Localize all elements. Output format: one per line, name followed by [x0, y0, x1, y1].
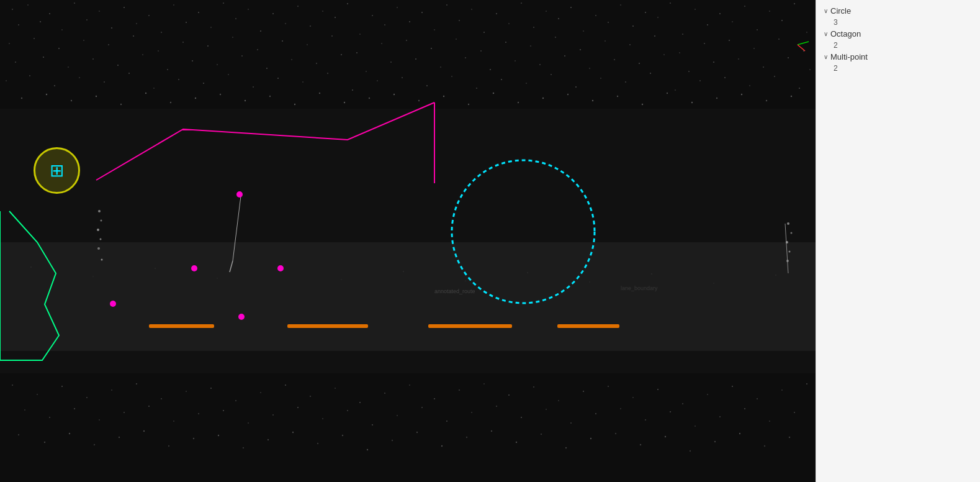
octagon-count: 2: [834, 41, 838, 50]
svg-point-197: [98, 210, 101, 212]
circle-label: Circle: [830, 6, 851, 16]
tree-item-octagon[interactable]: ∨ Octagon: [816, 28, 980, 40]
top-area: [0, 0, 816, 109]
svg-point-199: [97, 229, 99, 231]
tree-item-multipoint-count: 2: [816, 63, 980, 74]
magenta-dot-1: [236, 191, 243, 198]
magenta-dot-2: [191, 265, 197, 271]
svg-point-200: [100, 239, 102, 240]
multipoint-label: Multi-point: [830, 52, 868, 61]
bottom-area: [0, 373, 816, 482]
circle-count: 3: [834, 18, 838, 27]
magenta-dot-4: [110, 301, 116, 307]
chevron-octagon: ∨: [824, 30, 828, 37]
magenta-dot-5: [238, 314, 245, 320]
orange-mark-4: [557, 324, 619, 328]
tree-item-circle[interactable]: ∨ Circle: [816, 5, 980, 17]
road-surface: [0, 242, 816, 351]
orange-mark-1: [149, 324, 214, 328]
magenta-polyline: [96, 102, 434, 180]
right-panel: ∨ Circle 3 ∨ Octagon 2 ∨ Multi-point 2: [816, 0, 980, 482]
magenta-dot-3: [277, 265, 284, 271]
yellow-circle-annotation: ⊞: [34, 147, 80, 194]
chevron-circle: ∨: [824, 7, 828, 14]
orange-mark-3: [428, 324, 512, 328]
chevron-multipoint: ∨: [824, 53, 828, 60]
tree-item-circle-count: 3: [816, 17, 980, 28]
main-viewport: annotated_route lane_boundary ⊞: [0, 0, 816, 482]
tree-item-multipoint[interactable]: ∨ Multi-point: [816, 51, 980, 63]
orange-mark-2: [287, 324, 368, 328]
tree-item-octagon-count: 2: [816, 40, 980, 51]
svg-point-204: [791, 232, 793, 234]
octagon-label: Octagon: [830, 29, 861, 39]
crosshair-icon: ⊞: [50, 162, 64, 180]
multipoint-count: 2: [834, 64, 838, 73]
svg-point-198: [101, 220, 102, 222]
svg-point-203: [787, 222, 789, 225]
